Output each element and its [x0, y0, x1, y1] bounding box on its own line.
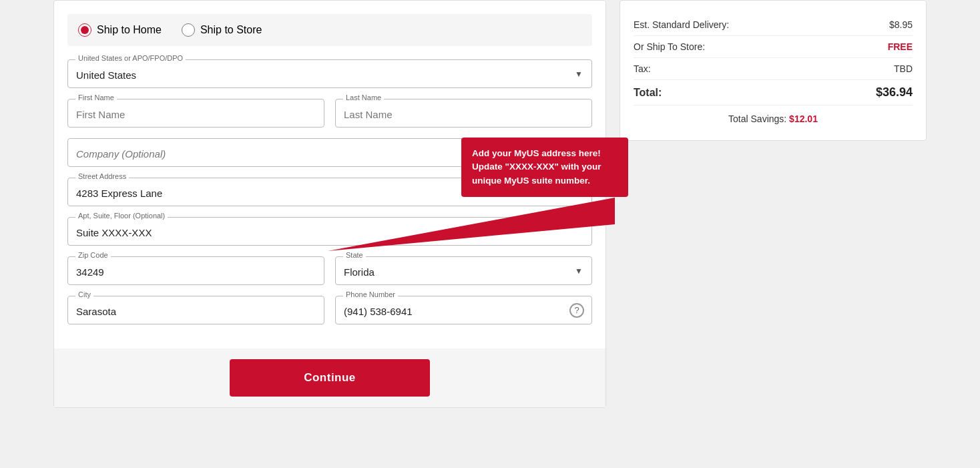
apt-field-group: Apt, Suite, Floor (Optional)	[67, 217, 592, 246]
zip-field-group: Zip Code	[67, 256, 324, 285]
country-select-wrapper: United States	[67, 59, 592, 88]
apt-input[interactable]	[67, 217, 592, 246]
state-select-wrapper: Florida	[335, 256, 592, 285]
shipping-form-panel: Ship to Home Ship to Store United States…	[53, 0, 606, 408]
ship-to-home-option[interactable]: Ship to Home	[78, 23, 162, 37]
shipping-options-bar: Ship to Home Ship to Store	[67, 14, 592, 46]
tax-row: Tax: TBD	[634, 58, 913, 80]
ship-to-store-label: Ship to Store	[200, 24, 262, 36]
continue-button[interactable]: Continue	[230, 359, 430, 397]
tax-label: Tax:	[634, 63, 651, 74]
last-name-label: Last Name	[343, 93, 384, 101]
state-field-group: State Florida	[335, 256, 592, 285]
ship-to-store-option[interactable]: Ship to Store	[182, 23, 262, 37]
ship-to-home-radio[interactable]	[78, 23, 91, 37]
savings-label: Total Savings:	[728, 113, 786, 124]
est-delivery-value: $8.95	[889, 19, 913, 30]
order-summary-panel: Est. Standard Delivery: $8.95 Or Ship To…	[620, 0, 927, 141]
est-delivery-label: Est. Standard Delivery:	[634, 19, 729, 30]
company-input[interactable]	[67, 138, 592, 167]
city-input[interactable]	[67, 296, 324, 324]
country-field-group: United States or APO/FPO/DPO United Stat…	[67, 59, 592, 88]
street-tooltip-container: Street Address Add your MyUS address her…	[67, 178, 592, 206]
city-field-group: City	[67, 296, 324, 324]
city-label: City	[75, 290, 93, 298]
total-value: $36.94	[876, 85, 913, 99]
total-row: Total: $36.94	[634, 80, 913, 105]
zip-state-row: Zip Code State Florida	[67, 256, 592, 296]
last-name-group: Last Name	[335, 99, 592, 128]
savings-value: $12.01	[789, 113, 818, 124]
street-label: Street Address	[75, 172, 129, 180]
continue-bar: Continue	[54, 348, 605, 407]
street-input[interactable]	[67, 178, 592, 206]
phone-wrapper: ?	[335, 296, 592, 324]
zip-label: Zip Code	[75, 251, 111, 259]
total-label: Total:	[634, 87, 662, 99]
company-field-group	[67, 138, 592, 167]
tax-value: TBD	[894, 63, 913, 74]
phone-help-icon[interactable]: ?	[569, 303, 584, 318]
city-phone-row: City Phone Number ?	[67, 296, 592, 335]
est-delivery-row: Est. Standard Delivery: $8.95	[634, 14, 913, 36]
tooltip-arrow-svg	[67, 158, 668, 264]
ship-to-store-value: FREE	[888, 41, 913, 52]
savings-row: Total Savings: $12.01	[634, 105, 913, 127]
country-select[interactable]: United States	[67, 59, 592, 88]
country-label: United States or APO/FPO/DPO	[75, 54, 186, 62]
phone-input[interactable]	[335, 296, 592, 324]
street-field-group: Street Address	[67, 178, 592, 206]
phone-label: Phone Number	[343, 290, 398, 298]
zip-input[interactable]	[67, 256, 324, 285]
last-name-input[interactable]	[335, 99, 592, 128]
phone-field-group: Phone Number ?	[335, 296, 592, 324]
name-row: First Name Last Name	[67, 99, 592, 138]
first-name-input[interactable]	[67, 99, 324, 128]
first-name-group: First Name	[67, 99, 324, 128]
ship-to-store-row: Or Ship To Store: FREE	[634, 36, 913, 58]
state-label: State	[343, 251, 366, 259]
first-name-label: First Name	[75, 93, 117, 101]
state-select[interactable]: Florida	[335, 256, 592, 285]
ship-to-store-radio[interactable]	[182, 23, 195, 37]
apt-label: Apt, Suite, Floor (Optional)	[75, 212, 168, 220]
ship-to-store-label: Or Ship To Store:	[634, 41, 705, 52]
ship-to-home-label: Ship to Home	[97, 24, 162, 36]
